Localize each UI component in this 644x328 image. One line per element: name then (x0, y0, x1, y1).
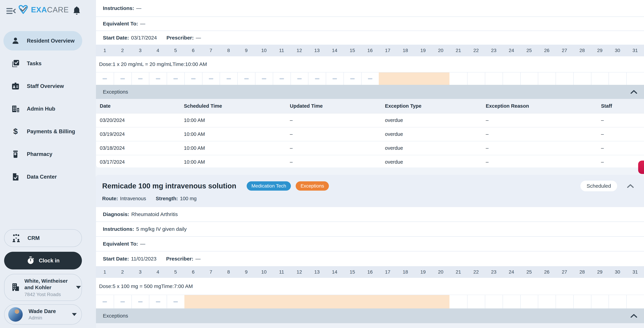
calendar-cell[interactable] (255, 295, 273, 309)
floating-action-button[interactable] (638, 161, 644, 174)
calendar-cell[interactable] (361, 295, 379, 309)
table-cell: – (286, 118, 381, 123)
calendar-cell[interactable] (273, 295, 290, 309)
calendar-cell[interactable] (502, 295, 520, 309)
calendar-cell[interactable] (379, 295, 396, 309)
sidebar-item-data-center[interactable]: Data Center (4, 167, 82, 186)
calendar-cell[interactable] (237, 72, 255, 85)
calendar-cell[interactable] (184, 295, 202, 309)
collapse-menu-icon[interactable] (6, 7, 16, 15)
crm-button[interactable]: CRM (4, 229, 82, 247)
field-value: — (196, 35, 201, 41)
calendar-cell[interactable] (132, 72, 149, 85)
calendar-cell[interactable] (450, 295, 467, 309)
calendar-cell[interactable] (396, 295, 414, 309)
calendar-cell[interactable] (273, 72, 290, 85)
calendar-cell[interactable] (326, 295, 344, 309)
calendar-cell[interactable] (467, 295, 485, 309)
route-strength-row: Route:IntravenousStrength:100 mg (102, 196, 634, 201)
sidebar-item-resident-overview[interactable]: Resident Overview (4, 31, 82, 50)
table-cell: overdue (381, 131, 482, 137)
calendar-cell[interactable] (626, 72, 644, 85)
table-cell: – (286, 145, 381, 151)
facility-selector[interactable]: White, Wintheiser and Kohler 7842 Yost R… (4, 274, 82, 301)
calendar-cell[interactable] (132, 295, 149, 309)
calendar-cell[interactable] (432, 295, 450, 309)
collapse-card-chevron-up-icon[interactable] (627, 184, 634, 188)
calendar-cell[interactable] (344, 72, 361, 85)
calendar-cell[interactable] (220, 72, 237, 85)
calendar-cell[interactable] (502, 72, 520, 85)
calendar-cell[interactable] (167, 295, 184, 309)
user-menu[interactable]: Wade Dare Admin (4, 304, 82, 325)
calendar-cell[interactable] (414, 295, 432, 309)
calendar-cell[interactable] (538, 295, 556, 309)
calendar-cell[interactable] (556, 72, 573, 85)
calendar-cell[interactable] (237, 295, 255, 309)
table-cell: 03/19/2024 (96, 131, 180, 137)
calendar-cell[interactable] (114, 72, 132, 85)
calendar-cell[interactable] (573, 295, 591, 309)
calendar-cell[interactable] (396, 72, 414, 85)
empty-dose-dash (262, 78, 266, 79)
calendar-cell[interactable] (114, 295, 132, 309)
calendar-cell[interactable] (485, 295, 502, 309)
calendar-cell[interactable] (326, 72, 344, 85)
exceptions-section-header[interactable]: Exceptions (96, 309, 644, 323)
calendar-cell[interactable] (202, 72, 220, 85)
diagnosis-row: Diagnosis:Rheumatoid Arthritis (96, 207, 644, 222)
calendar-cell[interactable] (202, 295, 220, 309)
exceptions-section-header[interactable]: Exceptions (96, 85, 644, 99)
calendar-cell[interactable] (556, 295, 573, 309)
calendar-cell[interactable] (538, 72, 556, 85)
calendar-cell[interactable] (591, 295, 609, 309)
chevron-up-icon[interactable] (630, 90, 637, 94)
calendar-cell[interactable] (467, 72, 485, 85)
clock-in-button[interactable]: Clock in (4, 252, 82, 269)
status-badge[interactable]: Scheduled (580, 181, 617, 191)
day-number: 8 (220, 269, 237, 275)
calendar-cell[interactable] (520, 295, 538, 309)
calendar-cell[interactable] (450, 72, 467, 85)
notifications-bell-icon[interactable] (73, 6, 80, 15)
calendar-cell[interactable] (520, 72, 538, 85)
calendar-cell[interactable] (96, 295, 114, 309)
calendar-cell[interactable] (608, 72, 626, 85)
calendar-cell[interactable] (308, 295, 326, 309)
calendar-cell[interactable] (591, 72, 609, 85)
calendar-cell[interactable] (485, 72, 502, 85)
column-header: Exception Reason (482, 103, 597, 109)
day-number: 24 (502, 48, 520, 53)
sidebar-item-admin-hub[interactable]: Admin Hub (4, 99, 82, 119)
calendar-cell[interactable] (573, 72, 591, 85)
calendar-cell[interactable] (220, 295, 237, 309)
calendar-cell[interactable] (149, 72, 167, 85)
building-domain-icon (11, 104, 20, 114)
sidebar-item-tasks[interactable]: Tasks (4, 54, 82, 73)
calendar-cell[interactable] (184, 72, 202, 85)
calendar-cell[interactable] (255, 72, 273, 85)
day-number: 3 (132, 269, 149, 275)
sidebar-item-pharmacy[interactable]: Pharmacy (4, 145, 82, 164)
calendar-cell[interactable] (290, 72, 308, 85)
chevron-up-icon[interactable] (630, 314, 637, 318)
calendar-cell[interactable] (379, 72, 396, 85)
calendar-cell[interactable] (344, 295, 361, 309)
field-pair: Prescriber:— (166, 256, 200, 262)
sidebar-item-staff-overview[interactable]: Staff Overview (4, 76, 82, 96)
calendar-cell[interactable] (149, 295, 167, 309)
empty-dose-dash (244, 78, 249, 79)
field-pair: Strength:100 mg (156, 196, 196, 201)
calendar-cell[interactable] (290, 295, 308, 309)
sidebar-item-payments-billing[interactable]: $ Payments & Billing (4, 122, 82, 141)
calendar-cell[interactable] (432, 72, 450, 85)
calendar-cell[interactable] (361, 72, 379, 85)
field-label: Instructions: (103, 5, 134, 11)
calendar-cell[interactable] (626, 295, 644, 309)
calendar-cell[interactable] (308, 72, 326, 85)
calendar-cell[interactable] (608, 295, 626, 309)
day-number: 31 (626, 48, 644, 53)
calendar-cell[interactable] (414, 72, 432, 85)
calendar-cell[interactable] (96, 72, 114, 85)
calendar-cell[interactable] (167, 72, 184, 85)
